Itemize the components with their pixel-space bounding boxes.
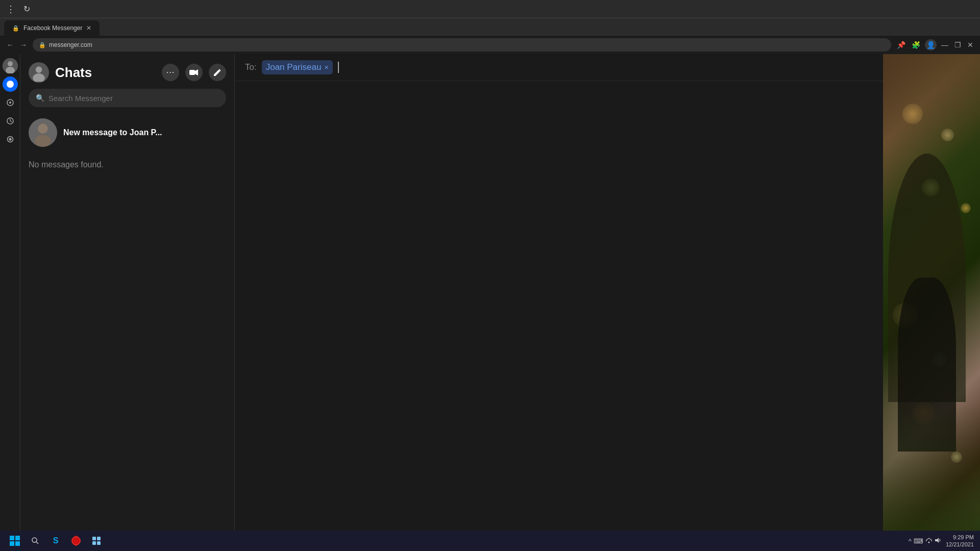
- svg-rect-36: [97, 541, 101, 545]
- time-display: 9:29 PM: [953, 534, 974, 541]
- svg-point-21: [35, 135, 51, 147]
- lock-icon: 🔒: [39, 42, 46, 48]
- user-avatar-sidebar[interactable]: [3, 58, 18, 73]
- extensions-icon[interactable]: 🧩: [910, 39, 922, 51]
- taskbar-time[interactable]: 9:29 PM 12/21/2021: [946, 534, 974, 548]
- svg-point-9: [9, 138, 11, 141]
- address-bar[interactable]: 🔒 messenger.com: [33, 38, 891, 52]
- taskbar-search[interactable]: [27, 532, 44, 549]
- sidebar-settings-icon[interactable]: [3, 132, 18, 147]
- system-tray: ^ ⌨: [909, 537, 942, 545]
- taskbar-skype-icon[interactable]: S: [47, 532, 64, 549]
- to-bar: To: Joan Pariseau ×: [235, 54, 883, 81]
- browser-reload-icon[interactable]: ↻: [21, 2, 32, 16]
- main-content: Chats ··· 🔍: [0, 54, 980, 551]
- chip-close-button[interactable]: ×: [324, 63, 328, 71]
- svg-line-8: [10, 121, 12, 122]
- svg-point-37: [928, 541, 929, 543]
- taskbar: S ^ ⌨: [0, 531, 980, 551]
- svg-rect-14: [189, 70, 195, 75]
- messenger-title: Chats: [55, 65, 156, 81]
- minimize-button[interactable]: —: [940, 39, 950, 51]
- recipient-name: Joan Pariseau: [266, 62, 322, 72]
- back-button[interactable]: ←: [5, 39, 15, 51]
- pin-icon[interactable]: 📌: [895, 39, 907, 51]
- forward-button[interactable]: →: [18, 39, 29, 51]
- svg-marker-15: [195, 69, 198, 76]
- search-input[interactable]: [48, 94, 219, 103]
- search-bar[interactable]: 🔍: [29, 89, 226, 107]
- tab-lock-icon: 🔒: [12, 25, 19, 32]
- sidebar-discover-icon[interactable]: [3, 95, 18, 110]
- svg-rect-35: [92, 541, 96, 545]
- restore-button[interactable]: ❐: [953, 39, 963, 51]
- chat-list-item[interactable]: New message to Joan P...: [20, 113, 234, 152]
- browser-menu-icon[interactable]: ⋮: [4, 2, 17, 17]
- tab-bar: 🔒 Facebook Messenger ✕: [0, 18, 980, 36]
- chat-name: New message to Joan P...: [63, 128, 226, 137]
- svg-rect-23: [15, 536, 20, 540]
- chat-avatar: [29, 118, 57, 147]
- tab-close-button[interactable]: ✕: [86, 24, 91, 32]
- keyboard-icon[interactable]: ⌨: [914, 537, 923, 545]
- sidebar-clock-icon[interactable]: [3, 113, 18, 129]
- svg-point-5: [9, 102, 11, 104]
- compose-button[interactable]: [209, 64, 226, 81]
- svg-point-26: [32, 538, 37, 542]
- browser-action-icons: 📌 🧩 👤 — ❐ ✕: [895, 39, 975, 51]
- user-avatar[interactable]: [29, 62, 49, 83]
- svg-point-31: [74, 536, 79, 545]
- svg-point-12: [36, 66, 42, 73]
- svg-rect-25: [15, 541, 20, 546]
- icon-sidebar: [0, 54, 20, 551]
- more-options-button[interactable]: ···: [162, 64, 179, 81]
- nav-buttons: ← →: [5, 39, 29, 51]
- sidebar-home-icon[interactable]: [3, 77, 18, 92]
- account-icon[interactable]: 👤: [925, 39, 937, 51]
- svg-marker-38: [935, 538, 939, 543]
- svg-rect-33: [92, 537, 96, 540]
- taskbar-right: ^ ⌨ 9:29 PM 12/21/2021: [909, 534, 974, 548]
- svg-rect-24: [10, 541, 14, 546]
- messenger-panel: Chats ··· 🔍: [20, 54, 235, 551]
- taskbar-opera-icon[interactable]: [67, 532, 85, 549]
- svg-line-27: [36, 542, 38, 544]
- background-image: [883, 54, 980, 551]
- chat-info: New message to Joan P...: [63, 128, 226, 137]
- date-display: 12/21/2021: [946, 541, 974, 548]
- taskbar-app-icon[interactable]: [88, 532, 105, 549]
- to-label: To:: [245, 62, 257, 72]
- svg-rect-34: [97, 537, 101, 540]
- speaker-icon[interactable]: [935, 537, 942, 545]
- no-messages-text: No messages found.: [20, 152, 234, 178]
- svg-rect-22: [10, 536, 14, 540]
- svg-point-20: [38, 123, 48, 134]
- svg-point-3: [7, 81, 14, 88]
- chat-main: To: Joan Pariseau ×: [235, 54, 883, 551]
- search-icon: 🔍: [36, 94, 44, 102]
- right-panel: [883, 54, 980, 551]
- browser-menubar: ⋮ ↻: [0, 0, 980, 18]
- text-cursor: [338, 62, 339, 73]
- url-text: messenger.com: [49, 41, 92, 48]
- more-dots-icon: ···: [166, 67, 175, 78]
- start-button[interactable]: [6, 532, 23, 549]
- chevron-up-icon[interactable]: ^: [909, 537, 912, 545]
- active-tab[interactable]: 🔒 Facebook Messenger ✕: [4, 20, 100, 36]
- tab-title: Facebook Messenger: [23, 24, 82, 32]
- svg-point-1: [8, 61, 13, 66]
- address-bar-row: ← → 🔒 messenger.com 📌 🧩 👤 — ❐ ✕: [0, 36, 980, 54]
- recipient-chip: Joan Pariseau ×: [262, 60, 333, 74]
- close-button[interactable]: ✕: [966, 39, 975, 51]
- chat-body[interactable]: [235, 81, 883, 551]
- messenger-header: Chats ···: [20, 54, 234, 89]
- network-icon[interactable]: [925, 537, 933, 545]
- video-call-button[interactable]: [185, 64, 203, 81]
